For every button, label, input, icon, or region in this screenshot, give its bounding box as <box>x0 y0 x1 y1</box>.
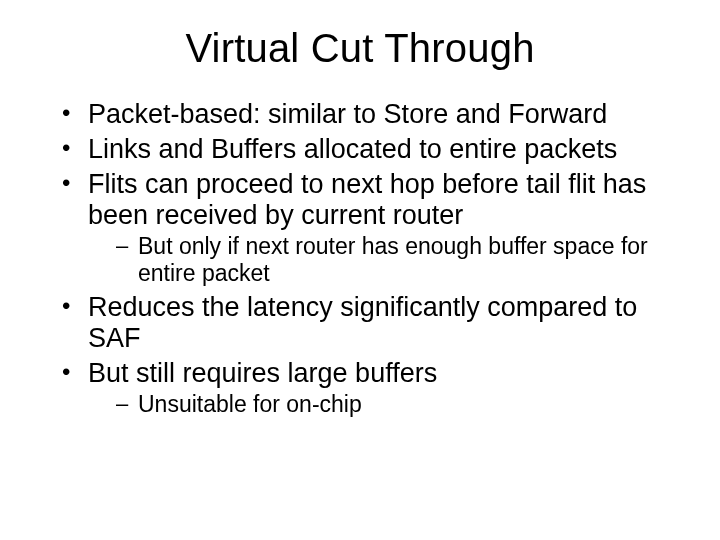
list-item: Reduces the latency significantly compar… <box>62 292 672 354</box>
sub-bullet-text: But only if next router has enough buffe… <box>138 233 648 285</box>
bullet-text: Flits can proceed to next hop before tai… <box>88 169 646 230</box>
bullet-text: Links and Buffers allocated to entire pa… <box>88 134 617 164</box>
bullet-text: Packet-based: similar to Store and Forwa… <box>88 99 607 129</box>
list-item: Unsuitable for on-chip <box>116 391 672 417</box>
sub-bullet-text: Unsuitable for on-chip <box>138 391 362 417</box>
list-item: Links and Buffers allocated to entire pa… <box>62 134 672 165</box>
sub-bullet-list: Unsuitable for on-chip <box>88 391 672 417</box>
slide: Virtual Cut Through Packet-based: simila… <box>0 0 720 540</box>
bullet-text: Reduces the latency significantly compar… <box>88 292 637 353</box>
bullet-text: But still requires large buffers <box>88 358 437 388</box>
slide-title: Virtual Cut Through <box>48 26 672 71</box>
list-item: Packet-based: similar to Store and Forwa… <box>62 99 672 130</box>
list-item: But only if next router has enough buffe… <box>116 233 672 286</box>
list-item: But still requires large buffers Unsuita… <box>62 358 672 417</box>
bullet-list: Packet-based: similar to Store and Forwa… <box>48 99 672 418</box>
sub-bullet-list: But only if next router has enough buffe… <box>88 233 672 286</box>
list-item: Flits can proceed to next hop before tai… <box>62 169 672 286</box>
